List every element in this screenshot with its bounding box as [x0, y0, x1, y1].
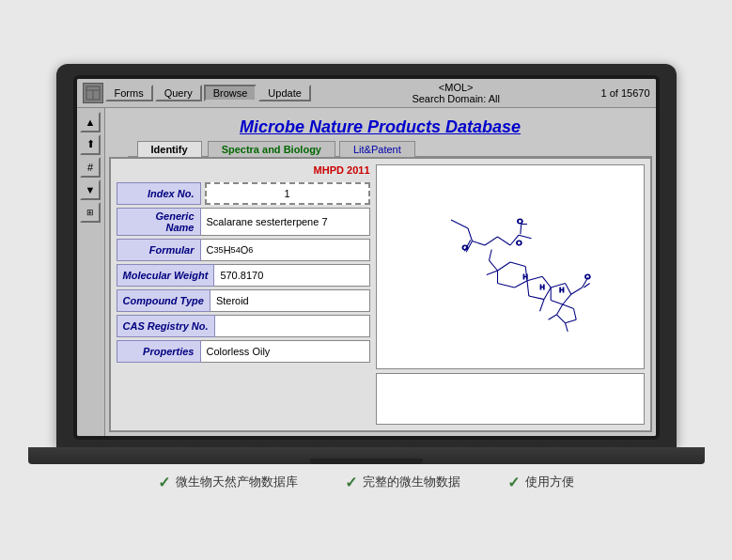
sidebar: ▲ ⬆ # ▼ ⊞ [77, 108, 105, 436]
value-mol-weight[interactable]: 570.8170 [214, 264, 369, 287]
svg-line-25 [544, 288, 551, 300]
fields-column: MHPD 2011 Index No. 1 GenericName [117, 164, 370, 425]
svg-line-9 [497, 237, 510, 245]
svg-line-49 [565, 323, 568, 332]
molecular-structure-svg: O O O [426, 194, 595, 339]
svg-line-18 [510, 262, 525, 267]
label-formular: Formular [117, 239, 201, 261]
check-text-3: 使用方便 [525, 474, 574, 490]
mol-info: <MOL> Search Domain: All [412, 82, 500, 104]
svg-line-17 [497, 262, 510, 271]
form-panel: MHPD 2011 Index No. 1 GenericName [109, 157, 652, 432]
svg-line-45 [489, 260, 497, 271]
svg-line-33 [562, 304, 573, 309]
svg-line-46 [489, 250, 491, 261]
svg-line-36 [556, 315, 565, 323]
content-area: Microbe Nature Products Database Identif… [105, 108, 656, 436]
svg-text:O: O [517, 217, 522, 226]
footer-checks: ✓ 微生物天然产物数据库 ✓ 完整的微生物数据 ✓ 使用方便 [158, 464, 574, 497]
svg-line-13 [520, 225, 521, 235]
structure-panel: O O O [376, 164, 645, 425]
svg-line-23 [527, 276, 542, 281]
svg-text:O: O [516, 239, 522, 247]
svg-text:H: H [559, 286, 564, 294]
mhpd-label: MHPD 2011 [117, 164, 370, 176]
tab-spectra[interactable]: Spectra and Biology [208, 141, 335, 157]
screen-content: Forms Query Browse Update <MOL> Search D… [77, 79, 656, 436]
sidebar-up-btn[interactable]: ▲ [80, 112, 101, 132]
app-icon [83, 83, 103, 103]
value-generic-name[interactable]: Scalarane sesterterpene 7 [201, 208, 370, 236]
info-box [376, 373, 645, 425]
label-mol-weight: Molecular Weight [117, 264, 215, 287]
laptop-screen-outer: Forms Query Browse Update <MOL> Search D… [56, 64, 677, 447]
update-button[interactable]: Update [258, 85, 310, 101]
svg-text:H: H [522, 272, 527, 281]
tab-lit-patent[interactable]: Lit&Patent [339, 141, 415, 157]
check-mark-3: ✓ [507, 474, 520, 491]
value-cas[interactable] [215, 315, 370, 337]
browse-button[interactable]: Browse [204, 85, 257, 101]
svg-line-29 [565, 284, 570, 295]
svg-line-31 [551, 301, 563, 305]
check-mark-1: ✓ [158, 474, 170, 491]
svg-line-38 [570, 288, 582, 294]
sidebar-hash-btn[interactable]: # [80, 157, 101, 178]
value-index[interactable]: 1 [205, 182, 370, 205]
query-button[interactable]: Query [155, 85, 202, 101]
check-text-1: 微生物天然产物数据库 [176, 474, 298, 490]
svg-line-8 [485, 237, 498, 245]
ui-container: Forms Query Browse Update <MOL> Search D… [77, 79, 656, 436]
svg-line-37 [556, 304, 562, 315]
svg-text:O: O [461, 243, 467, 252]
record-count: 1 of 15670 [601, 87, 650, 99]
svg-line-27 [527, 281, 529, 296]
label-compound-type: Compound Type [117, 289, 210, 312]
svg-line-26 [528, 296, 543, 300]
value-properties[interactable]: Colorless Oily [201, 340, 370, 363]
svg-line-34 [573, 309, 576, 320]
laptop-screen-bezel: Forms Query Browse Update <MOL> Search D… [73, 75, 660, 440]
svg-text:O: O [584, 272, 590, 281]
svg-line-4 [468, 228, 473, 241]
db-title: Microbe Nature Products Database [109, 112, 652, 141]
tab-identify[interactable]: Identify [137, 141, 202, 157]
menu-bar: Forms Query Browse Update <MOL> Search D… [77, 79, 656, 108]
structure-box: O O O [376, 164, 645, 369]
check-item-2: ✓ 完整的微生物数据 [345, 474, 460, 491]
laptop-base [28, 447, 705, 464]
label-properties: Properties [117, 340, 201, 363]
check-item-1: ✓ 微生物天然产物数据库 [158, 474, 298, 491]
check-text-2: 完整的微生物数据 [363, 474, 460, 490]
svg-line-30 [562, 294, 570, 304]
check-mark-2: ✓ [345, 474, 357, 491]
svg-line-21 [497, 284, 514, 288]
svg-line-20 [514, 281, 527, 288]
tabs-row: Identify Spectra and Biology Lit&Patent [109, 141, 652, 157]
label-cas: CAS Registry No. [117, 315, 215, 337]
svg-text:H: H [539, 283, 544, 291]
svg-line-3 [451, 220, 468, 228]
main-area: ▲ ⬆ # ▼ ⊞ Microbe Nature Products Databa… [77, 108, 656, 436]
value-compound-type[interactable]: Steroid [210, 289, 370, 312]
sidebar-top-btn[interactable]: ⬆ [80, 134, 101, 155]
value-formular[interactable]: C35H54O6 [201, 239, 370, 261]
sidebar-down-btn[interactable]: ▼ [80, 179, 101, 200]
svg-line-48 [539, 300, 544, 312]
field-row-formular: Formular C35H54O6 [117, 239, 370, 261]
field-row-index: Index No. 1 [117, 182, 370, 205]
forms-button[interactable]: Forms [105, 85, 153, 101]
field-row-cas: CAS Registry No. [117, 315, 370, 337]
field-row-generic-name: GenericName Scalarane sesterterpene 7 [117, 208, 370, 236]
svg-line-50 [548, 315, 556, 319]
label-index: Index No. [117, 182, 201, 205]
svg-line-35 [565, 319, 576, 323]
check-item-3: ✓ 使用方便 [507, 474, 574, 491]
svg-line-5 [472, 241, 485, 246]
sidebar-grid-btn[interactable]: ⊞ [80, 202, 101, 223]
laptop-wrapper: Forms Query Browse Update <MOL> Search D… [28, 64, 705, 497]
field-row-properties: Properties Colorless Oily [117, 340, 370, 363]
svg-line-47 [486, 271, 497, 275]
field-row-mol-weight: Molecular Weight 570.8170 [117, 264, 370, 287]
field-row-compound-type: Compound Type Steroid [117, 289, 370, 312]
